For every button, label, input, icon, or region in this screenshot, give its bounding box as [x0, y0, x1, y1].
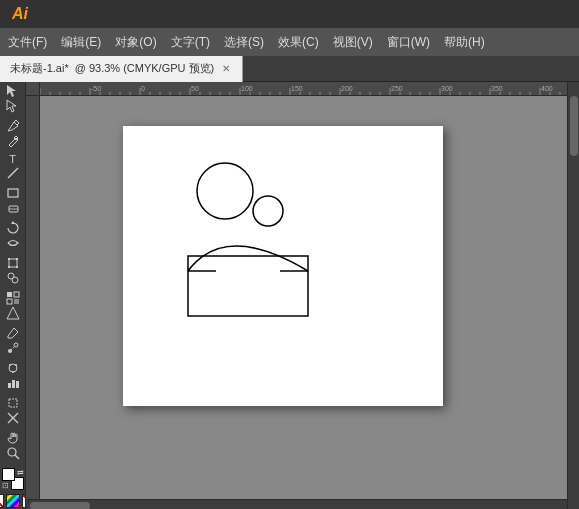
rotate-tool[interactable] — [2, 221, 24, 235]
menu-effect[interactable]: 效果(C) — [272, 32, 325, 53]
menu-view[interactable]: 视图(V) — [327, 32, 379, 53]
vertical-scrollbar[interactable] — [567, 82, 579, 509]
svg-rect-14 — [7, 292, 12, 297]
main-layout: T — [0, 82, 579, 509]
svg-rect-28 — [16, 381, 19, 388]
svg-rect-11 — [16, 266, 18, 268]
artboard — [123, 126, 443, 406]
svg-rect-15 — [14, 292, 19, 297]
tab-info: @ 93.3% (CMYK/GPU 预览) — [75, 61, 215, 76]
live-paint-tool[interactable] — [2, 291, 24, 305]
svg-rect-10 — [8, 266, 10, 268]
menu-object[interactable]: 对象(O) — [109, 32, 162, 53]
ai-logo: Ai — [4, 0, 36, 28]
menu-help[interactable]: 帮助(H) — [438, 32, 491, 53]
svg-rect-27 — [12, 380, 15, 388]
vertical-scrollbar-thumb[interactable] — [570, 96, 578, 156]
zoom-tool[interactable] — [2, 446, 24, 460]
gradient-button[interactable] — [6, 494, 20, 508]
svg-rect-7 — [9, 259, 17, 267]
type-tool[interactable]: T — [2, 154, 24, 165]
menu-file[interactable]: 文件(F) — [2, 32, 53, 53]
svg-rect-29 — [9, 399, 17, 407]
horizontal-scrollbar-thumb[interactable] — [30, 502, 90, 510]
vertical-ruler — [26, 96, 40, 499]
eraser-tool[interactable] — [2, 201, 24, 215]
drawing-canvas[interactable] — [40, 96, 567, 499]
graph-tool[interactable] — [2, 376, 24, 390]
tab-bar: 未标题-1.ai* @ 93.3% (CMYK/GPU 预览) ✕ — [0, 56, 579, 82]
svg-rect-26 — [8, 383, 11, 388]
line-tool[interactable] — [2, 166, 24, 180]
svg-point-25 — [12, 371, 14, 373]
rectangle-tool[interactable] — [2, 186, 24, 200]
default-colors-icon[interactable]: ⊡ — [2, 481, 9, 490]
slice-tool[interactable] — [2, 411, 24, 425]
swap-colors-icon[interactable]: ⇄ — [17, 468, 24, 477]
menu-type[interactable]: 文字(T) — [165, 32, 216, 53]
artboard-tool[interactable] — [2, 396, 24, 410]
menu-bar: 文件(F) 编辑(E) 对象(O) 文字(T) 选择(S) 效果(C) 视图(V… — [0, 28, 579, 56]
warp-tool[interactable] — [2, 236, 24, 250]
left-toolbar: T — [0, 82, 26, 509]
symbol-sprayer-tool[interactable] — [2, 361, 24, 375]
svg-point-20 — [14, 343, 18, 347]
svg-point-13 — [12, 277, 18, 283]
svg-point-23 — [9, 364, 11, 366]
select-tool[interactable] — [2, 84, 24, 98]
color-swatch-container: ⇄ ⊡ — [0, 466, 26, 509]
svg-point-32 — [8, 448, 16, 456]
hand-tool[interactable] — [2, 431, 24, 445]
svg-rect-3 — [8, 189, 18, 197]
svg-point-24 — [15, 364, 17, 366]
eyedropper-tool[interactable] — [2, 326, 24, 340]
color-mode-button[interactable] — [0, 494, 4, 508]
svg-marker-18 — [7, 307, 19, 319]
svg-rect-9 — [16, 258, 18, 260]
svg-rect-16 — [7, 299, 12, 304]
svg-line-33 — [15, 455, 19, 459]
pencil-tool[interactable] — [2, 134, 24, 148]
drawing-svg — [123, 126, 443, 406]
svg-rect-36 — [188, 256, 308, 316]
perspective-grid-tool[interactable] — [2, 306, 24, 320]
horizontal-ruler — [40, 82, 567, 96]
svg-rect-17 — [14, 299, 19, 304]
document-tab[interactable]: 未标题-1.ai* @ 93.3% (CMYK/GPU 预览) ✕ — [0, 56, 243, 82]
free-transform-tool[interactable] — [2, 256, 24, 270]
tab-close-button[interactable]: ✕ — [220, 63, 232, 74]
svg-marker-6 — [11, 221, 15, 224]
title-bar: Ai — [0, 0, 579, 28]
canvas-container — [26, 82, 567, 509]
svg-point-35 — [253, 196, 283, 226]
svg-rect-8 — [8, 258, 10, 260]
menu-select[interactable]: 选择(S) — [218, 32, 270, 53]
menu-edit[interactable]: 编辑(E) — [55, 32, 107, 53]
tab-title: 未标题-1.ai* — [10, 61, 69, 76]
horizontal-scrollbar[interactable] — [26, 499, 567, 509]
pen-tool[interactable] — [2, 119, 24, 133]
svg-marker-1 — [7, 100, 16, 112]
svg-line-21 — [11, 346, 15, 350]
svg-marker-0 — [7, 85, 16, 97]
svg-point-34 — [197, 163, 253, 219]
shape-builder-tool[interactable] — [2, 271, 24, 285]
direct-select-tool[interactable] — [2, 99, 24, 113]
ruler-corner — [26, 82, 40, 96]
svg-line-2 — [8, 168, 18, 178]
menu-window[interactable]: 窗口(W) — [381, 32, 436, 53]
fill-swatch[interactable] — [2, 468, 15, 481]
blend-tool[interactable] — [2, 341, 24, 355]
